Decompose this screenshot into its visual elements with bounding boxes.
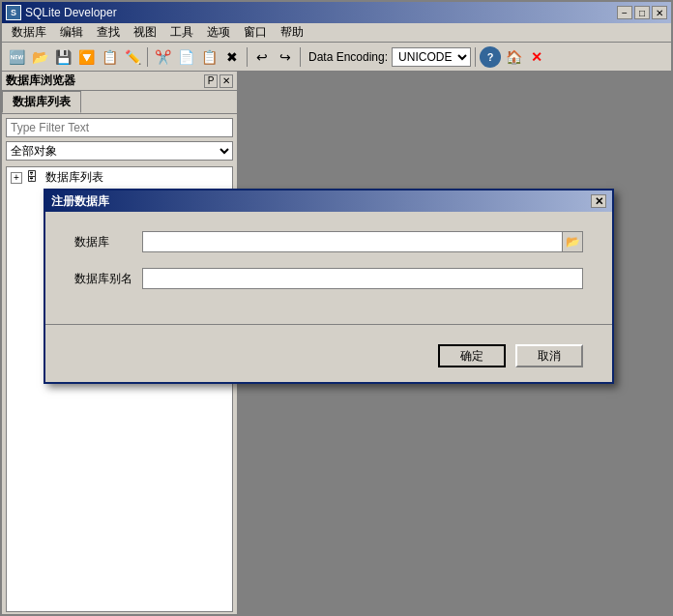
minimize-button[interactable]: −: [617, 6, 632, 19]
confirm-button[interactable]: 确定: [438, 344, 506, 367]
object-type-select[interactable]: 全部对象 表 视图 索引: [6, 141, 233, 161]
toolbar-table-btn[interactable]: 📋: [99, 46, 120, 68]
alias-field-row: 数据库别名: [74, 268, 583, 289]
toolbar-separator-2: [247, 47, 248, 67]
menu-edit[interactable]: 编辑: [54, 22, 89, 43]
menu-help[interactable]: 帮助: [275, 22, 309, 43]
toolbar-filter-btn[interactable]: 🔽: [75, 46, 97, 68]
database-input-wrapper: 📂: [142, 231, 583, 252]
panel-header: 数据库浏览器 P ✕: [2, 72, 237, 91]
title-bar: S SQLite Developer − □ ✕: [2, 2, 671, 23]
menu-options[interactable]: 选项: [201, 22, 236, 43]
menu-database[interactable]: 数据库: [6, 22, 52, 43]
menu-view[interactable]: 视图: [128, 22, 162, 43]
database-input[interactable]: [142, 231, 583, 252]
toolbar-home-btn[interactable]: 🏠: [503, 46, 524, 68]
title-bar-buttons: − □ ✕: [617, 6, 667, 19]
toolbar-copy-btn[interactable]: 📄: [175, 46, 196, 68]
tree-root-item[interactable]: + 🗄 数据库列表: [7, 167, 232, 188]
toolbar-redo-btn[interactable]: ↪: [275, 46, 296, 68]
window-title: SQLite Developer: [25, 6, 617, 19]
tab-bar: 数据库列表: [2, 91, 237, 114]
browse-button[interactable]: 📂: [562, 231, 583, 252]
tree-expand-icon[interactable]: +: [11, 172, 22, 184]
toolbar-save-btn[interactable]: 💾: [52, 46, 73, 68]
menu-find[interactable]: 查找: [91, 22, 126, 43]
encoding-select[interactable]: UNICODE UTF-8 ASCII: [392, 47, 471, 67]
database-label: 数据库: [74, 234, 142, 250]
panel-close-btn[interactable]: ✕: [219, 74, 233, 88]
alias-input-wrapper: [142, 268, 583, 289]
toolbar-help-btn[interactable]: ?: [480, 46, 501, 68]
toolbar-edit-btn[interactable]: ✏️: [122, 46, 143, 68]
alias-label: 数据库别名: [74, 271, 142, 287]
toolbar-open-btn[interactable]: 📂: [29, 46, 50, 68]
dialog-title-bar: 注册数据库 ✕: [45, 191, 612, 212]
tree-root-label: 数据库列表: [45, 169, 103, 186]
toolbar-separator-3: [300, 47, 301, 67]
toolbar-separator-1: [147, 47, 148, 67]
maximize-button[interactable]: □: [634, 6, 650, 19]
toolbar-delete-btn[interactable]: ✖: [221, 46, 243, 68]
database-field-row: 数据库 📂: [74, 231, 583, 252]
toolbar-stop-btn[interactable]: ✕: [526, 46, 547, 68]
tab-database-list[interactable]: 数据库列表: [2, 91, 81, 113]
menu-tools[interactable]: 工具: [164, 22, 199, 43]
toolbar-undo-btn[interactable]: ↩: [251, 46, 273, 68]
panel-pin-btn[interactable]: P: [204, 74, 218, 88]
dialog-close-button[interactable]: ✕: [591, 194, 606, 208]
dialog-separator: [45, 324, 612, 325]
toolbar: 🆕 📂 💾 🔽 📋 ✏️ ✂️ 📄 📋 ✖ ↩ ↪ Data Encoding:…: [2, 43, 671, 72]
panel-title: 数据库浏览器: [6, 73, 75, 89]
menu-bar: 数据库 编辑 查找 视图 工具 选项 窗口 帮助: [2, 23, 671, 43]
app-icon: S: [6, 5, 21, 20]
toolbar-paste-btn[interactable]: 📋: [198, 46, 219, 68]
dialog-title: 注册数据库: [51, 193, 591, 210]
register-database-dialog: 注册数据库 ✕ 数据库 📂 数据库别名 确定 取消: [44, 189, 614, 384]
menu-window[interactable]: 窗口: [238, 22, 273, 43]
toolbar-separator-4: [475, 47, 476, 67]
encoding-label: Data Encoding:: [308, 50, 388, 64]
toolbar-cut-btn[interactable]: ✂️: [152, 46, 173, 68]
alias-input[interactable]: [142, 268, 583, 289]
close-window-button[interactable]: ✕: [652, 6, 667, 19]
dialog-content: 数据库 📂 数据库别名: [45, 212, 612, 324]
toolbar-new-btn[interactable]: 🆕: [6, 46, 27, 68]
cancel-button[interactable]: 取消: [515, 344, 583, 367]
dialog-footer: 确定 取消: [45, 335, 612, 382]
panel-controls: P ✕: [204, 74, 233, 88]
database-icon: 🗄: [26, 170, 42, 186]
filter-input[interactable]: [6, 118, 233, 137]
